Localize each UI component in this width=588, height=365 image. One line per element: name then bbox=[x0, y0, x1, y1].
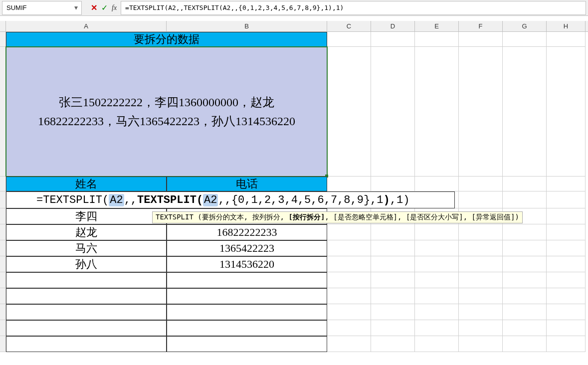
cell[interactable] bbox=[327, 240, 371, 256]
cell[interactable] bbox=[415, 256, 459, 272]
row-header[interactable] bbox=[0, 272, 6, 288]
cell[interactable] bbox=[459, 47, 503, 177]
name-box[interactable]: SUMIF ▾ bbox=[2, 1, 82, 15]
cell[interactable] bbox=[327, 32, 371, 47]
cell[interactable] bbox=[415, 272, 459, 288]
cell[interactable] bbox=[459, 320, 503, 336]
corner-cell[interactable] bbox=[0, 21, 6, 31]
cell[interactable] bbox=[503, 47, 547, 177]
cell[interactable] bbox=[415, 47, 459, 177]
data-cell-A2-merged[interactable]: 张三1502222222，李四1360000000，赵龙 16822222233… bbox=[6, 47, 327, 177]
cell[interactable] bbox=[459, 224, 503, 240]
cell[interactable] bbox=[371, 256, 415, 272]
formula-edit-cell[interactable]: =TEXTSPLIT(A2,,TEXTSPLIT(A2,,{0,1,2,3,4,… bbox=[6, 191, 455, 208]
cell[interactable] bbox=[415, 32, 459, 47]
cell[interactable] bbox=[547, 288, 586, 304]
cell[interactable] bbox=[415, 320, 459, 336]
row-header[interactable] bbox=[0, 304, 6, 320]
cell-name[interactable]: 马六 bbox=[6, 240, 167, 256]
cell[interactable] bbox=[547, 272, 586, 288]
subheader-phone[interactable]: 电话 bbox=[167, 177, 327, 191]
cell[interactable] bbox=[459, 191, 503, 208]
cell[interactable] bbox=[503, 288, 547, 304]
row-header[interactable] bbox=[0, 256, 6, 272]
cell[interactable] bbox=[503, 304, 547, 320]
cell[interactable] bbox=[6, 304, 167, 320]
cell[interactable] bbox=[167, 288, 327, 304]
cell[interactable] bbox=[459, 240, 503, 256]
cell-phone[interactable]: 16822222233 bbox=[167, 224, 327, 240]
row-header[interactable] bbox=[0, 191, 6, 208]
col-header-E[interactable]: E bbox=[415, 21, 459, 31]
cell[interactable] bbox=[503, 320, 547, 336]
chevron-down-icon[interactable]: ▾ bbox=[72, 4, 79, 11]
cell[interactable] bbox=[459, 32, 503, 47]
cell[interactable] bbox=[503, 224, 547, 240]
row-header[interactable] bbox=[0, 208, 6, 224]
col-header-H[interactable]: H bbox=[547, 21, 586, 31]
row-header[interactable] bbox=[0, 224, 6, 240]
cell[interactable] bbox=[371, 288, 415, 304]
cancel-icon[interactable]: ✕ bbox=[91, 3, 97, 12]
cell[interactable] bbox=[459, 272, 503, 288]
cell[interactable] bbox=[6, 320, 167, 336]
cell[interactable] bbox=[167, 272, 327, 288]
cell[interactable] bbox=[503, 32, 547, 47]
subheader-name[interactable]: 姓名 bbox=[6, 177, 167, 191]
cell[interactable] bbox=[327, 224, 371, 240]
cell[interactable] bbox=[415, 336, 459, 352]
cell[interactable] bbox=[503, 256, 547, 272]
row-header[interactable] bbox=[0, 320, 6, 336]
cell[interactable] bbox=[547, 336, 586, 352]
cell[interactable] bbox=[167, 336, 327, 352]
fx-icon[interactable]: fx bbox=[112, 4, 117, 12]
col-header-G[interactable]: G bbox=[503, 21, 547, 31]
col-header-B[interactable]: B bbox=[167, 21, 327, 31]
formula-input[interactable]: =TEXTSPLIT(A2,,TEXTSPLIT(A2,,{0,1,2,3,4,… bbox=[121, 1, 586, 15]
row-header[interactable] bbox=[0, 288, 6, 304]
cell[interactable] bbox=[503, 272, 547, 288]
cell[interactable] bbox=[547, 224, 586, 240]
cell[interactable] bbox=[547, 32, 586, 47]
cell-name[interactable]: 孙八 bbox=[6, 256, 167, 272]
cell[interactable] bbox=[371, 224, 415, 240]
cell[interactable] bbox=[327, 288, 371, 304]
col-header-A[interactable]: A bbox=[6, 21, 167, 31]
cell[interactable] bbox=[371, 240, 415, 256]
cell[interactable] bbox=[327, 320, 371, 336]
cell[interactable] bbox=[547, 320, 586, 336]
row-header[interactable] bbox=[0, 47, 6, 177]
cell[interactable] bbox=[459, 288, 503, 304]
cell[interactable] bbox=[371, 336, 415, 352]
row-header[interactable] bbox=[0, 177, 6, 191]
cell[interactable] bbox=[503, 177, 547, 191]
cell[interactable] bbox=[547, 191, 586, 208]
cell[interactable] bbox=[503, 336, 547, 352]
cell[interactable] bbox=[459, 177, 503, 191]
cell[interactable] bbox=[547, 47, 586, 177]
cell[interactable] bbox=[547, 304, 586, 320]
cell[interactable] bbox=[327, 177, 371, 191]
cell[interactable] bbox=[547, 240, 586, 256]
cell[interactable] bbox=[327, 256, 371, 272]
cell[interactable] bbox=[415, 240, 459, 256]
cell[interactable] bbox=[167, 320, 327, 336]
cell[interactable] bbox=[6, 336, 167, 352]
confirm-icon[interactable]: ✓ bbox=[101, 3, 108, 12]
cell[interactable] bbox=[547, 208, 586, 224]
cell[interactable] bbox=[459, 336, 503, 352]
cell[interactable] bbox=[371, 320, 415, 336]
cell-name[interactable]: 赵龙 bbox=[6, 224, 167, 240]
cell[interactable] bbox=[6, 288, 167, 304]
cell-phone[interactable]: 1365422223 bbox=[167, 240, 327, 256]
cell[interactable] bbox=[415, 304, 459, 320]
col-header-C[interactable]: C bbox=[327, 21, 371, 31]
cell[interactable] bbox=[371, 32, 415, 47]
row-header[interactable] bbox=[0, 32, 6, 47]
cell[interactable] bbox=[327, 304, 371, 320]
cell[interactable] bbox=[327, 272, 371, 288]
row-header[interactable] bbox=[0, 336, 6, 352]
cell[interactable] bbox=[371, 47, 415, 177]
cell[interactable] bbox=[459, 256, 503, 272]
cell[interactable] bbox=[547, 177, 586, 191]
